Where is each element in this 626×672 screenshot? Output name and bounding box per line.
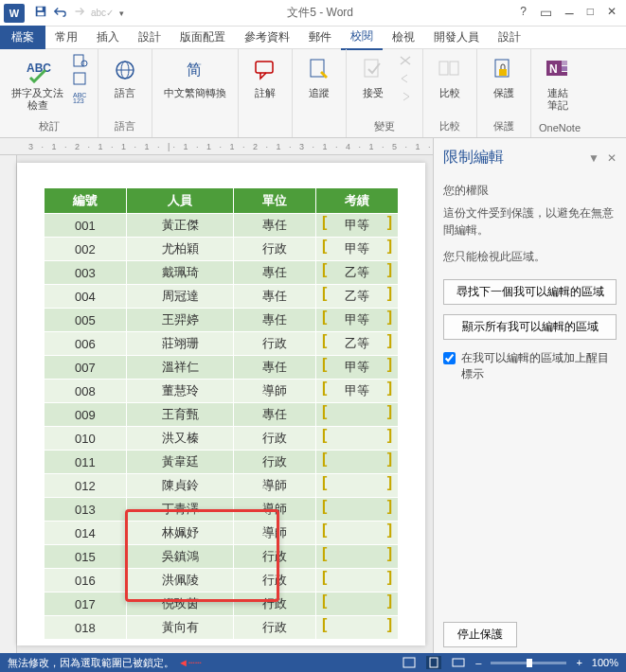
- undo-icon[interactable]: [53, 5, 66, 21]
- word-icon: W: [4, 4, 25, 23]
- tab-review[interactable]: 校閱: [341, 25, 383, 50]
- cjk-icon: 简: [180, 55, 210, 85]
- svg-rect-2: [38, 12, 45, 16]
- onenote-button[interactable]: N 連結 筆記: [539, 53, 577, 114]
- svg-rect-24: [562, 72, 567, 76]
- table-row[interactable]: 009王育甄專任[]: [45, 403, 399, 427]
- col-unit: 單位: [234, 188, 316, 214]
- highlight-editable-checkbox[interactable]: 在我可以編輯的區域加上醒目標示: [443, 350, 617, 382]
- table-row[interactable]: 002尤柏穎行政[甲等]: [45, 238, 399, 261]
- qat-dropdown-icon[interactable]: ▾: [119, 9, 124, 18]
- table-row[interactable]: 006莊翊珊行政[乙等]: [45, 332, 399, 356]
- tab-insert[interactable]: 插入: [87, 26, 129, 49]
- stop-protection-button[interactable]: 停止保護: [443, 622, 517, 647]
- vertical-ruler[interactable]: [0, 155, 17, 653]
- protect-button[interactable]: 保護: [485, 53, 523, 101]
- tab-developer[interactable]: 開發人員: [424, 26, 489, 49]
- table-row[interactable]: 014林姵妤導師[]: [45, 522, 399, 545]
- thesaurus-icon[interactable]: [71, 71, 90, 86]
- ribbon-tabs: 檔案 常用 插入 設計 版面配置 參考資料 郵件 校閱 檢視 開發人員 設計: [0, 27, 626, 49]
- wordcount-icon[interactable]: ABC123: [71, 89, 90, 104]
- pane-desc1: 這份文件受到保護，以避免在無意間編輯。: [443, 204, 617, 239]
- table-row[interactable]: 013丁青澤導師[]: [45, 498, 399, 522]
- page[interactable]: 編號 人員 單位 考績 001黃正傑專任[甲等]002尤柏穎行政[甲等]003戴…: [17, 163, 425, 645]
- status-message: 無法修改，因為選取範圍已被鎖定。: [8, 656, 174, 670]
- svg-rect-17: [450, 62, 458, 75]
- compare-icon: [435, 55, 465, 85]
- table-row[interactable]: 012陳貞鈴導師[]: [45, 474, 399, 498]
- find-next-editable-button[interactable]: 尋找下一個我可以編輯的區域: [443, 279, 617, 305]
- research-icon[interactable]: [71, 53, 90, 68]
- svg-rect-23: [562, 66, 567, 71]
- accept-icon: [358, 55, 388, 85]
- table-row[interactable]: 003戴珮琦專任[乙等]: [45, 261, 399, 285]
- zoom-out-icon[interactable]: –: [475, 657, 481, 668]
- svg-rect-25: [403, 658, 415, 667]
- svg-rect-22: [562, 61, 567, 65]
- col-id: 編號: [45, 188, 127, 214]
- accept-button: 接受: [354, 53, 392, 101]
- cjk-convert-button[interactable]: 简 中文繁簡轉換: [160, 53, 230, 101]
- svg-text:简: 简: [187, 62, 202, 78]
- zoom-slider[interactable]: [491, 662, 566, 664]
- tab-layout[interactable]: 版面配置: [170, 26, 235, 49]
- svg-rect-6: [74, 73, 85, 84]
- table-row[interactable]: 016洪佩陵行政[]: [45, 569, 399, 592]
- spellcheck-button[interactable]: ABC 拼字及文法 檢查: [8, 53, 67, 114]
- qat-item: abc✓: [91, 8, 114, 18]
- status-arrow-icon: ◄┄┄: [178, 657, 202, 669]
- zoom-in-icon[interactable]: +: [576, 657, 581, 668]
- comment-button[interactable]: 註解: [246, 53, 284, 101]
- web-layout-icon[interactable]: [451, 656, 466, 669]
- onenote-icon: N: [543, 55, 573, 85]
- col-grade: 考績: [316, 188, 399, 214]
- document-area: 3 · 1 · 2 · 1 · 1 · 1 · |· 1 · 1 · 1 · 2…: [0, 138, 433, 653]
- save-icon[interactable]: [34, 5, 47, 21]
- table-row[interactable]: 018黃向有行政[]: [45, 616, 399, 640]
- globe-icon: [110, 55, 140, 85]
- language-button[interactable]: 語言: [106, 53, 144, 101]
- tab-mailings[interactable]: 郵件: [299, 26, 341, 49]
- svg-text:ABC: ABC: [27, 62, 51, 75]
- window-title: 文件5 - Word: [130, 5, 510, 21]
- tab-references[interactable]: 參考資料: [235, 26, 299, 49]
- help-icon[interactable]: ?: [520, 5, 527, 22]
- table-row[interactable]: 017倪玫茵行政[]: [45, 592, 399, 616]
- table-row[interactable]: 007溫祥仁專任[甲等]: [45, 356, 399, 380]
- quick-access-toolbar: abc✓ ▾: [28, 5, 130, 21]
- col-name: 人員: [126, 188, 233, 214]
- svg-text:123: 123: [73, 97, 84, 103]
- print-layout-icon[interactable]: [426, 656, 441, 669]
- table-row[interactable]: 015吳鎮鴻行政[]: [45, 545, 399, 569]
- horizontal-ruler[interactable]: 3 · 1 · 2 · 1 · 1 · 1 · |· 1 · 1 · 1 · 2…: [0, 138, 433, 155]
- table-row[interactable]: 008董慧玲導師[甲等]: [45, 380, 399, 403]
- table-row[interactable]: 010洪又榛行政[]: [45, 427, 399, 451]
- svg-rect-26: [430, 658, 438, 667]
- ribbon-options-icon[interactable]: ▭: [540, 5, 552, 22]
- tab-design[interactable]: 設計: [129, 26, 170, 49]
- svg-rect-13: [256, 62, 273, 73]
- show-all-editable-button[interactable]: 顯示所有我可以編輯的區域: [443, 314, 617, 340]
- zoom-level[interactable]: 100%: [592, 657, 618, 668]
- prev-change-icon: [396, 71, 415, 86]
- tracking-button[interactable]: 追蹤: [300, 53, 338, 101]
- pane-menu-icon[interactable]: ▼: [588, 151, 599, 165]
- close-icon[interactable]: ✕: [607, 5, 617, 22]
- svg-rect-1: [38, 8, 43, 11]
- table-row[interactable]: 001黃正傑專任[甲等]: [45, 214, 399, 238]
- table-row[interactable]: 004周冠達專任[乙等]: [45, 285, 399, 309]
- compare-button: 比較: [431, 53, 469, 101]
- tab-design2[interactable]: 設計: [489, 26, 530, 49]
- minimize-icon[interactable]: –: [565, 5, 574, 22]
- tab-view[interactable]: 檢視: [383, 26, 424, 49]
- titlebar: W abc✓ ▾ 文件5 - Word ? ▭ – □ ✕: [0, 0, 626, 27]
- maximize-icon[interactable]: □: [587, 5, 594, 22]
- pane-close-icon[interactable]: ✕: [607, 151, 617, 165]
- tab-file[interactable]: 檔案: [0, 26, 45, 49]
- read-mode-icon[interactable]: [402, 656, 417, 669]
- table-row[interactable]: 011黃韋廷行政[]: [45, 451, 399, 474]
- highlight-checkbox-input[interactable]: [443, 352, 456, 364]
- redo-icon: [72, 5, 85, 21]
- table-row[interactable]: 005王羿婷專任[甲等]: [45, 309, 399, 332]
- tab-home[interactable]: 常用: [45, 26, 87, 49]
